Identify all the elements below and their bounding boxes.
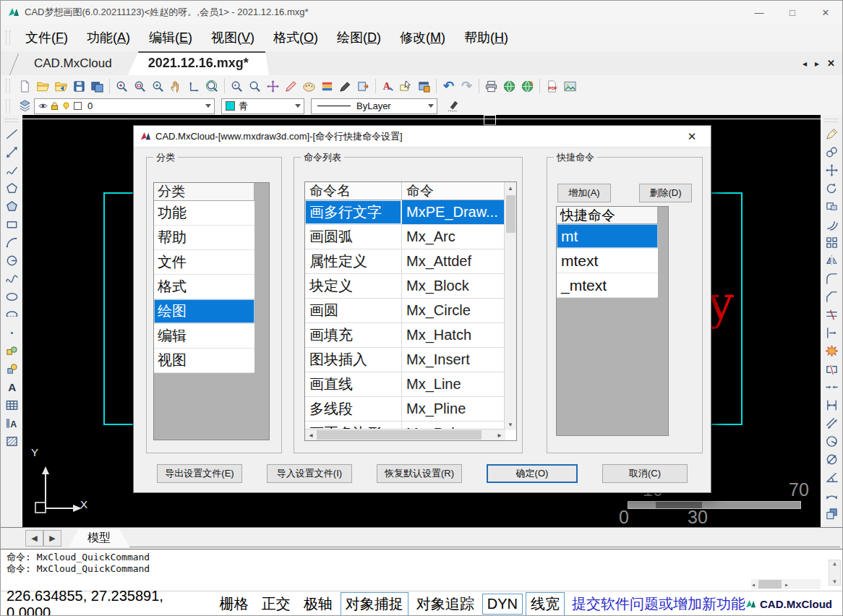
tab-close-icon[interactable]: ✕ <box>827 58 835 69</box>
feedback-link[interactable]: 提交软件问题或增加新功能 <box>572 594 745 614</box>
shortcut-item[interactable]: _mtext <box>557 273 658 298</box>
layer-swatch-icon[interactable] <box>73 101 82 111</box>
status-toggle[interactable]: 极轴 <box>299 592 338 616</box>
scroll-up-icon[interactable]: ▲ <box>833 560 836 567</box>
scroll-down-icon[interactable]: ▼ <box>833 578 836 585</box>
dim-arc-icon[interactable] <box>822 487 841 505</box>
dialog-close-icon[interactable]: ✕ <box>680 130 704 143</box>
scrollbar-thumb[interactable] <box>317 430 482 440</box>
category-item[interactable]: 编辑 <box>154 324 254 348</box>
layer-bulb-icon[interactable] <box>61 101 71 111</box>
new-doc-icon[interactable] <box>16 77 34 95</box>
draw-table-icon[interactable] <box>2 396 21 414</box>
sheet-next-icon[interactable]: ▶ <box>43 530 61 547</box>
define-block-icon[interactable] <box>2 360 21 378</box>
array-icon[interactable] <box>822 234 841 252</box>
layer-colors-icon[interactable] <box>318 77 336 95</box>
web-globe-icon[interactable] <box>500 77 518 95</box>
command-row[interactable]: 多线段Mx_Pline <box>305 397 505 422</box>
insert-block-icon[interactable] <box>2 342 21 360</box>
category-item[interactable]: 视图 <box>154 348 254 373</box>
dialog-button[interactable]: 确定(O) <box>487 464 578 483</box>
command-horizontal-scrollbar[interactable]: ◂▸ <box>751 579 821 589</box>
dialog-button[interactable]: 导入设置文件(I) <box>267 464 352 483</box>
dialog-button[interactable]: 导出设置文件(E) <box>157 464 242 483</box>
scrollbar-thumb[interactable] <box>758 580 782 589</box>
minimize-button[interactable]: — <box>743 1 776 24</box>
trim-icon[interactable] <box>822 306 841 324</box>
fillet-icon[interactable] <box>822 270 841 288</box>
menu-item-A[interactable]: 功能(A) <box>77 29 140 46</box>
menu-item-F[interactable]: 文件(F) <box>16 29 77 46</box>
linetype-combo[interactable]: ByLayer <box>311 98 437 114</box>
rotate-icon[interactable] <box>822 179 841 197</box>
zoom-scale-icon[interactable] <box>246 77 264 95</box>
chevron-down-icon[interactable] <box>424 99 437 114</box>
dialog-button[interactable]: 取消(C) <box>602 464 688 483</box>
command-row[interactable]: 画圆弧Mx_Arc <box>305 225 505 249</box>
layer-lock-icon[interactable] <box>50 101 59 111</box>
save-all-icon[interactable] <box>88 77 106 95</box>
stretch-icon[interactable] <box>822 197 841 215</box>
order-front-icon[interactable] <box>822 505 841 523</box>
image-export-icon[interactable] <box>561 77 579 95</box>
chamfer-icon[interactable] <box>822 288 841 306</box>
mirror-icon[interactable] <box>822 252 841 270</box>
column-header[interactable]: 命令 <box>402 182 505 200</box>
chevron-down-icon[interactable] <box>202 99 214 114</box>
scroll-left-icon[interactable]: ◂ <box>751 581 756 589</box>
menu-item-D[interactable]: 绘图(D) <box>328 29 390 46</box>
command-table[interactable]: 命令名 命令 画多行文字MxPE_Draw...画圆弧Mx_Arc属性定义Mx_… <box>304 181 517 441</box>
chevron-down-icon[interactable] <box>291 99 304 114</box>
status-toggle[interactable]: 线宽 <box>526 592 565 616</box>
erase-icon[interactable] <box>822 125 841 143</box>
scroll-right-icon[interactable]: ▸ <box>784 581 789 589</box>
doc-tab[interactable]: CAD.MxCloud <box>18 51 128 75</box>
extend-icon[interactable] <box>822 324 841 342</box>
zoom-circle-icon[interactable] <box>203 77 221 95</box>
draw-ellipse-icon[interactable] <box>2 288 21 306</box>
palette-icon[interactable] <box>300 77 318 95</box>
save-icon[interactable] <box>70 77 88 95</box>
zoom-window-icon[interactable] <box>131 77 149 95</box>
category-list[interactable]: 分类 功能帮助文件格式绘图编辑视图 <box>153 182 270 440</box>
draw-rect-icon[interactable] <box>2 215 21 234</box>
scroll-left-icon[interactable]: ◂ <box>305 431 317 439</box>
category-item[interactable]: 绘图 <box>154 299 254 324</box>
command-row[interactable]: 块定义Mx_Block <box>305 274 505 299</box>
draw-circle-icon[interactable] <box>2 252 21 270</box>
layer-combo[interactable]: 0 <box>34 98 215 114</box>
sheet-tab-model[interactable]: 模型 <box>69 529 129 547</box>
shortcut-item[interactable]: mt <box>557 224 658 249</box>
menu-item-E[interactable]: 编辑(E) <box>140 29 202 46</box>
layers-stack-icon[interactable] <box>16 97 34 115</box>
select-card-icon[interactable] <box>397 77 415 95</box>
command-row[interactable]: 画圆Mx_Circle <box>305 299 505 323</box>
text-style-icon[interactable]: A <box>379 77 397 95</box>
undo-icon[interactable]: ↶ <box>440 77 458 95</box>
command-vertical-scrollbar[interactable]: ▲▼ <box>829 560 841 586</box>
delete-button[interactable]: 删除(D) <box>639 184 692 202</box>
copy-icon[interactable] <box>822 143 841 161</box>
dim-aligned-icon[interactable] <box>822 414 841 432</box>
shortcut-item[interactable]: mtext <box>557 249 658 273</box>
menu-item-V[interactable]: 视图(V) <box>202 29 264 46</box>
category-item[interactable]: 文件 <box>154 250 254 275</box>
move-icon[interactable] <box>822 161 841 179</box>
sheet-prev-icon[interactable]: ◀ <box>25 530 43 547</box>
draw-text-icon[interactable]: A <box>2 378 21 396</box>
print-icon[interactable] <box>482 77 500 95</box>
menu-item-H[interactable]: 帮助(H) <box>455 29 518 46</box>
draw-mline-icon[interactable] <box>2 143 21 161</box>
draw-point-icon[interactable] <box>2 324 21 342</box>
dim-diameter-icon[interactable] <box>822 450 841 469</box>
dialog-title-bar[interactable]: CAD.MxCloud-[www.mxdraw3d.com]-[命令行快捷命令设… <box>134 126 711 147</box>
scrollbar-thumb[interactable] <box>506 195 515 233</box>
command-row[interactable]: 画直线Mx_Line <box>305 372 505 397</box>
command-row[interactable]: 画填充Mx_Hatch <box>305 323 505 348</box>
draw-pen-icon[interactable] <box>282 77 300 95</box>
add-button[interactable]: 增加(A) <box>557 184 611 202</box>
pdf-export-icon[interactable]: PDF <box>543 77 561 95</box>
explode-icon[interactable] <box>822 342 841 360</box>
draw-ellipse-arc-icon[interactable] <box>2 306 21 324</box>
